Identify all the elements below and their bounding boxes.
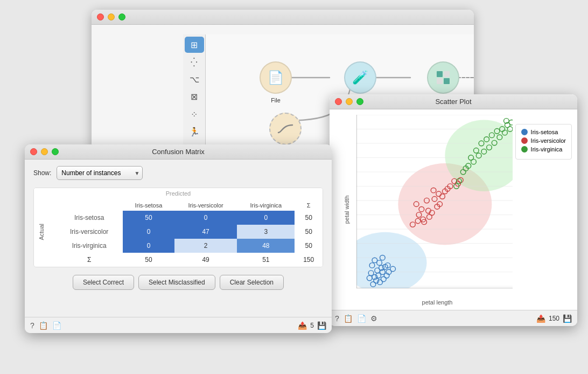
show-label: Show: bbox=[33, 169, 51, 177]
cell-virginica-virginica[interactable]: 48 bbox=[237, 239, 295, 253]
cell-virginica-sum: 50 bbox=[295, 239, 323, 253]
sidebar-item-scatter[interactable]: ⁛ bbox=[185, 54, 204, 70]
row-label-versicolor: Iris-versicolor bbox=[55, 225, 123, 239]
select-correct-button[interactable]: Select Correct bbox=[73, 275, 134, 290]
clear-selection-button[interactable]: Clear Selection bbox=[220, 275, 284, 290]
col-sum-virginica: 51 bbox=[237, 253, 295, 267]
legend-dot-setosa bbox=[521, 129, 528, 135]
table-row-sums: Σ 50 49 51 150 bbox=[34, 253, 323, 267]
scatter-icon: ⁛ bbox=[191, 57, 198, 67]
cell-versicolor-setosa[interactable]: 0 bbox=[123, 225, 174, 239]
scatter-info-icon[interactable]: 📋 bbox=[344, 314, 353, 323]
confusion-title: Confusion Matrix bbox=[152, 148, 205, 156]
cell-versicolor-sum: 50 bbox=[295, 225, 323, 239]
legend-label-setosa: Iris-setosa bbox=[531, 129, 558, 135]
cell-setosa-versicolor[interactable]: 0 bbox=[174, 211, 237, 225]
legend-dot-virginica bbox=[521, 146, 528, 153]
output-icon[interactable]: 📤 bbox=[298, 321, 307, 330]
close-button[interactable] bbox=[97, 13, 104, 20]
confusion-matrix-table: Iris-setosa Iris-versicolor Iris-virgini… bbox=[34, 199, 323, 267]
confusion-statusbar: ? 📋 📄 📤 5 💾 bbox=[25, 317, 332, 333]
help-icon[interactable]: ? bbox=[30, 321, 34, 330]
row-label-setosa: Iris-setosa bbox=[55, 211, 123, 225]
node-confusion-circle bbox=[427, 61, 459, 94]
save-icon[interactable]: 💾 bbox=[317, 321, 326, 330]
scatter-body: petal width bbox=[330, 109, 577, 310]
cell-virginica-versicolor[interactable]: 2 bbox=[174, 239, 237, 253]
legend-item-versicolor: Iris-versicolor bbox=[521, 137, 566, 144]
col-sum-sigma: Σ bbox=[55, 253, 123, 267]
cell-versicolor-versicolor[interactable]: 47 bbox=[174, 225, 237, 239]
scatter-chart-svg: 0.2 0.4 0.6 0.8 1.0 1.2 1.4 1.6 1.8 2.0 … bbox=[356, 115, 513, 288]
x-axis-label: petal length bbox=[422, 299, 453, 306]
col-header-setosa: Iris-setosa bbox=[123, 199, 174, 211]
row-label-virginica: Iris-virginica bbox=[55, 239, 123, 253]
svg-rect-1 bbox=[444, 71, 450, 77]
col-sum-setosa: 50 bbox=[123, 253, 174, 267]
scatter-maximize-button[interactable] bbox=[356, 98, 363, 105]
cell-setosa-sum: 50 bbox=[295, 211, 323, 225]
col-header-sigma: Σ bbox=[295, 199, 323, 211]
sidebar-item-figure[interactable]: 🏃 bbox=[185, 123, 204, 140]
action-buttons: Select Correct Select Misclassified Clea… bbox=[33, 275, 323, 290]
figure-icon: 🏃 bbox=[189, 127, 200, 137]
cell-setosa-setosa[interactable]: 50 bbox=[123, 211, 174, 225]
cell-versicolor-virginica[interactable]: 3 bbox=[237, 225, 295, 239]
confusion-close-button[interactable] bbox=[30, 148, 37, 155]
scatter-title: Scatter Plot bbox=[435, 98, 471, 106]
table-row: Iris-virginica 0 2 48 50 bbox=[34, 239, 323, 253]
sidebar-item-data-table[interactable]: ⊞ bbox=[185, 37, 204, 53]
node-file-label: File bbox=[271, 97, 281, 103]
sidebar-item-matrix[interactable]: ⊠ bbox=[185, 89, 204, 105]
sidebar: ⊞ ⁛ ⌥ ⊠ ⁘ 🏃 📈 bbox=[183, 34, 206, 150]
cell-setosa-virginica[interactable]: 0 bbox=[237, 211, 295, 225]
col-sum-total: 150 bbox=[295, 253, 323, 267]
confusion-titlebar: Confusion Matrix bbox=[25, 144, 332, 160]
scatter-report-icon[interactable]: 📄 bbox=[357, 314, 366, 323]
workflow-titlebar bbox=[92, 10, 474, 25]
confusion-minimize-button[interactable] bbox=[41, 148, 48, 155]
logistic-regression-icon bbox=[277, 121, 293, 137]
scatter-settings-icon[interactable]: ⚙ bbox=[370, 314, 377, 323]
legend-dot-versicolor bbox=[521, 137, 528, 144]
scatter-output-icon[interactable]: 📤 bbox=[536, 314, 545, 323]
info-icon[interactable]: 📋 bbox=[39, 321, 48, 330]
node-logistic-circle bbox=[269, 113, 302, 145]
maximize-button[interactable] bbox=[118, 13, 125, 20]
svg-rect-3 bbox=[444, 78, 450, 84]
sidebar-item-dots[interactable]: ⁘ bbox=[185, 106, 204, 122]
output-count: 5 bbox=[310, 322, 314, 329]
node-file-circle: 📄 bbox=[260, 61, 292, 94]
col-header-virginica: Iris-virginica bbox=[237, 199, 295, 211]
minimize-button[interactable] bbox=[108, 13, 115, 20]
scatter-save-icon[interactable]: 💾 bbox=[563, 314, 572, 323]
scatter-count: 150 bbox=[549, 315, 559, 322]
scatter-close-button[interactable] bbox=[335, 98, 342, 105]
confusion-maximize-button[interactable] bbox=[52, 148, 59, 155]
report-icon[interactable]: 📄 bbox=[52, 321, 61, 330]
dots-icon: ⁘ bbox=[191, 109, 198, 120]
table-row: Actual Iris-setosa 50 0 0 50 bbox=[34, 211, 323, 225]
legend-label-virginica: Iris-virginica bbox=[531, 146, 563, 153]
matrix-icon: ⊠ bbox=[191, 92, 198, 102]
confusion-matrix-table-container: Predicted Iris-setosa Iris-versicolor Ir… bbox=[33, 188, 323, 267]
table-row: Iris-versicolor 0 47 3 50 bbox=[34, 225, 323, 239]
tree-icon: ⌥ bbox=[190, 74, 199, 85]
sidebar-item-tree[interactable]: ⌥ bbox=[185, 72, 204, 88]
confusion-matrix-window: Confusion Matrix Show: Number of instanc… bbox=[25, 144, 332, 333]
scatter-minimize-button[interactable] bbox=[346, 98, 353, 105]
col-header-versicolor: Iris-versicolor bbox=[174, 199, 237, 211]
legend-item-setosa: Iris-setosa bbox=[521, 129, 566, 135]
select-misclassified-button[interactable]: Select Misclassified bbox=[138, 275, 215, 290]
legend-item-virginica: Iris-virginica bbox=[521, 146, 566, 153]
confusion-body: Show: Number of instances Proportions ▼ … bbox=[25, 160, 332, 296]
node-test-circle: 🧪 bbox=[344, 61, 376, 94]
cell-virginica-setosa[interactable]: 0 bbox=[123, 239, 174, 253]
scatter-help-icon[interactable]: ? bbox=[335, 314, 339, 323]
show-select[interactable]: Number of instances Proportions bbox=[57, 166, 143, 180]
actual-label: Actual bbox=[34, 211, 55, 253]
node-file[interactable]: 📄 File bbox=[260, 61, 292, 103]
show-row: Show: Number of instances Proportions ▼ bbox=[33, 166, 323, 180]
data-table-icon: ⊞ bbox=[191, 40, 198, 50]
legend-label-versicolor: Iris-versicolor bbox=[531, 137, 566, 144]
